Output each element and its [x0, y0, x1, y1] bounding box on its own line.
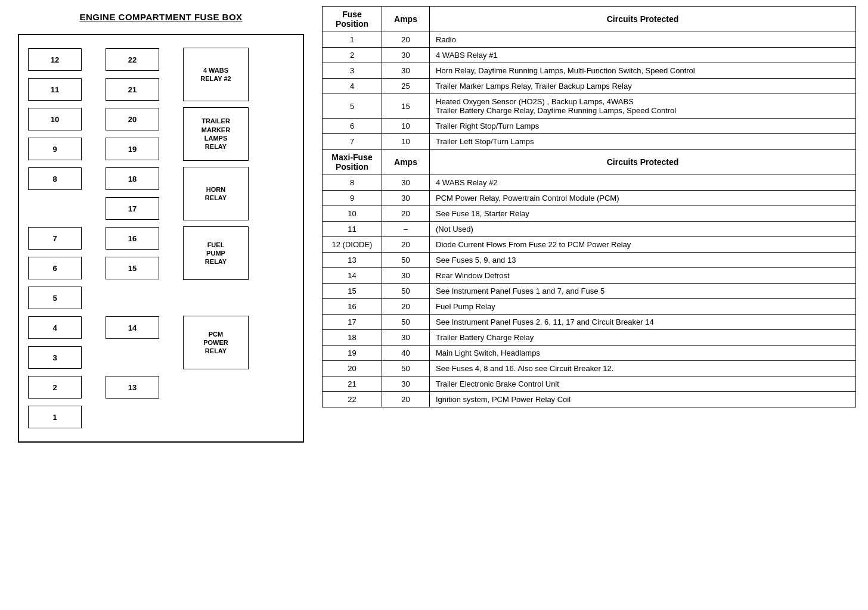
fuse-box-13: 13	[106, 376, 159, 399]
maxi-table-row: 1940Main Light Switch, Headlamps	[323, 346, 856, 361]
fuse-amps: 20	[382, 32, 430, 48]
relay-fuel: FUELPUMPRELAY	[183, 226, 249, 280]
maxi-fuse-circuits: See Instrument Panel Fuses 2, 6, 11, 17 …	[430, 315, 856, 330]
maxi-fuse-amps: 20	[382, 237, 430, 253]
maxi-fuse-amps: 30	[382, 175, 430, 191]
maxi-table-row: 930PCM Power Relay, Powertrain Control M…	[323, 191, 856, 206]
maxi-fuse-amps: 50	[382, 253, 430, 268]
relay-4wabs: 4 WABSRELAY #2	[183, 48, 249, 101]
fuse-amps: 30	[382, 63, 430, 79]
fuse-position: 4	[323, 79, 382, 94]
maxi-fuse-circuits-header: Circuits Protected	[430, 150, 856, 175]
fuse-box-11: 11	[28, 78, 82, 101]
maxi-fuse-position: 20	[323, 361, 382, 376]
fuse-box-15: 15	[106, 257, 159, 279]
fuse-position: 3	[323, 63, 382, 79]
maxi-fuse-amps: 20	[382, 392, 430, 407]
fuse-box-6: 6	[28, 257, 82, 279]
maxi-table-row: 12 (DIODE)20Diode Current Flows From Fus…	[323, 237, 856, 253]
maxi-fuse-amps: 50	[382, 284, 430, 299]
fuse-circuits: Trailer Right Stop/Turn Lamps	[430, 119, 856, 134]
maxi-table-row: 2050See Fuses 4, 8 and 16. Also see Circ…	[323, 361, 856, 376]
maxi-fuse-position: 15	[323, 284, 382, 299]
fuse-box-16: 16	[106, 227, 159, 250]
fuse-box-18: 18	[106, 167, 159, 190]
fuse-box-8: 8	[28, 167, 82, 190]
fuse-position: 6	[323, 119, 382, 134]
fuse-box-22: 22	[106, 48, 159, 71]
maxi-table-row: 1020See Fuse 18, Starter Relay	[323, 206, 856, 222]
maxi-fuse-circuits: See Instrument Panel Fuses 1 and 7, and …	[430, 284, 856, 299]
fuse-position: 1	[323, 32, 382, 48]
maxi-fuse-position: 18	[323, 330, 382, 346]
maxi-fuse-position: 11	[323, 222, 382, 237]
maxi-fuse-circuits: 4 WABS Relay #2	[430, 175, 856, 191]
fuse-box-9: 9	[28, 138, 82, 160]
maxi-table-row: 8304 WABS Relay #2	[323, 175, 856, 191]
fuse-position: 5	[323, 94, 382, 119]
fuse-amps: 10	[382, 119, 430, 134]
maxi-fuse-amps: 20	[382, 299, 430, 315]
table-row: 2304 WABS Relay #1	[323, 48, 856, 63]
table-row: 120Radio	[323, 32, 856, 48]
maxi-fuse-amps-header: Amps	[382, 150, 430, 175]
fuse-amps: 15	[382, 94, 430, 119]
fuse-box-3: 3	[28, 346, 82, 369]
fuse-box-14: 14	[106, 316, 159, 339]
maxi-fuse-position: 10	[323, 206, 382, 222]
fuse-circuits: Trailer Left Stop/Turn Lamps	[430, 134, 856, 150]
relay-pcm: PCMPOWERRELAY	[183, 316, 249, 369]
maxi-fuse-amps: –	[382, 222, 430, 237]
maxi-fuse-circuits: Trailer Battery Charge Relay	[430, 330, 856, 346]
maxi-fuse-circuits: See Fuses 4, 8 and 16. Also see Circuit …	[430, 361, 856, 376]
maxi-fuse-circuits: Ignition system, PCM Power Relay Coil	[430, 392, 856, 407]
table-row: 515Heated Oxygen Sensor (HO2S) , Backup …	[323, 94, 856, 119]
maxi-fuse-amps: 30	[382, 376, 430, 392]
fuse-circuits: Trailer Marker Lamps Relay, Trailer Back…	[430, 79, 856, 94]
maxi-table-row: 11–(Not Used)	[323, 222, 856, 237]
maxi-table-row: 1550See Instrument Panel Fuses 1 and 7, …	[323, 284, 856, 299]
maxi-fuse-position-header: Maxi-FusePosition	[323, 150, 382, 175]
maxi-fuse-circuits: Trailer Electronic Brake Control Unit	[430, 376, 856, 392]
fuse-amps: 25	[382, 79, 430, 94]
fuse-position: 2	[323, 48, 382, 63]
relay-trailer: TRAILERMARKERLAMPSRELAY	[183, 107, 249, 161]
maxi-table-row: 1750See Instrument Panel Fuses 2, 6, 11,…	[323, 315, 856, 330]
fuse-box-5: 5	[28, 287, 82, 309]
maxi-table-row: 2130Trailer Electronic Brake Control Uni…	[323, 376, 856, 392]
maxi-table-row: 1620Fuel Pump Relay	[323, 299, 856, 315]
maxi-fuse-amps: 20	[382, 206, 430, 222]
fuse-box-17: 17	[106, 197, 159, 220]
maxi-fuse-position: 16	[323, 299, 382, 315]
panel-title: ENGINE COMPARTMENT FUSE BOX	[18, 12, 304, 22]
fuse-table: FusePosition Amps Circuits Protected 120…	[322, 6, 856, 407]
fuse-circuits: Radio	[430, 32, 856, 48]
fuse-box-19: 19	[106, 138, 159, 160]
maxi-fuse-amps: 30	[382, 191, 430, 206]
fuse-diagram: 12 22 4 WABSRELAY #2 11 21 10 20 TRAILER…	[18, 34, 304, 443]
maxi-fuse-amps: 50	[382, 361, 430, 376]
fuse-box-7: 7	[28, 227, 82, 250]
maxi-fuse-position: 22	[323, 392, 382, 407]
fuse-box-2: 2	[28, 376, 82, 399]
fuse-position: 7	[323, 134, 382, 150]
header-position: FusePosition	[323, 7, 382, 32]
header-circuits: Circuits Protected	[430, 7, 856, 32]
maxi-fuse-amps: 30	[382, 330, 430, 346]
maxi-fuse-circuits: PCM Power Relay, Powertrain Control Modu…	[430, 191, 856, 206]
maxi-fuse-position: 13	[323, 253, 382, 268]
maxi-fuse-position: 21	[323, 376, 382, 392]
maxi-fuse-position: 8	[323, 175, 382, 191]
maxi-fuse-circuits: Rear Window Defrost	[430, 268, 856, 284]
maxi-fuse-position: 9	[323, 191, 382, 206]
maxi-table-row: 1350See Fuses 5, 9, and 13	[323, 253, 856, 268]
maxi-fuse-circuits: Diode Current Flows From Fuse 22 to PCM …	[430, 237, 856, 253]
fuse-box-12: 12	[28, 48, 82, 71]
relay-horn: HORNRELAY	[183, 167, 249, 220]
fuse-box-4: 4	[28, 316, 82, 339]
table-row: 710Trailer Left Stop/Turn Lamps	[323, 134, 856, 150]
table-row: 610Trailer Right Stop/Turn Lamps	[323, 119, 856, 134]
maxi-fuse-circuits: See Fuse 18, Starter Relay	[430, 206, 856, 222]
fuse-amps: 30	[382, 48, 430, 63]
table-row: 330Horn Relay, Daytime Running Lamps, Mu…	[323, 63, 856, 79]
